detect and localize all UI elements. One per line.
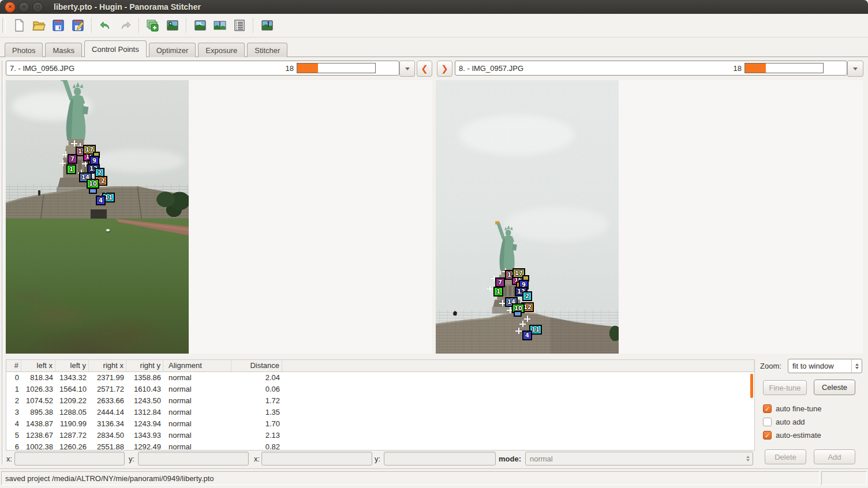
close-button[interactable]: ✕ [5, 2, 16, 13]
add-images-button[interactable] [144, 17, 162, 34]
status-field-right [821, 471, 867, 485]
tab-photos[interactable]: Photos [5, 43, 43, 58]
column-header-right-y[interactable]: right y [126, 360, 163, 371]
right-x-input[interactable] [261, 452, 372, 466]
column-header-Alignment[interactable]: Alignment [163, 360, 231, 371]
table-row[interactable]: 21074.521209.222633.661243.50normal1.72 [6, 395, 754, 407]
column-header-Distance[interactable]: Distance [231, 360, 282, 371]
crosshair-icon [515, 328, 522, 334]
cell: 1190.99 [55, 418, 89, 430]
celeste-button[interactable]: Celeste [814, 380, 855, 395]
svg-text:GL: GL [196, 21, 203, 26]
right-photo[interactable]: 151617791132141210114 [436, 80, 619, 354]
control-point-marker-4[interactable]: 4 [522, 331, 532, 340]
show-control-point-table-button[interactable] [231, 17, 248, 34]
maximize-button[interactable]: □ [32, 2, 43, 13]
tab-exposure[interactable]: Exposure [198, 43, 245, 58]
undo-button[interactable] [97, 17, 114, 34]
column-header-right-x[interactable]: right x [89, 360, 126, 371]
redo-button[interactable] [117, 17, 134, 34]
checkbox-unchecked-icon[interactable] [763, 418, 772, 426]
control-point-marker-partial[interactable] [89, 188, 97, 194]
table-row[interactable]: 0818.341343.322371.991358.86normal2.04 [6, 372, 754, 384]
cell: 2633.66 [89, 395, 126, 407]
right-image-name: 8. - IMG_0957.JPG [459, 64, 523, 73]
table-row[interactable]: 41438.871190.993136.341243.94normal1.70 [6, 418, 754, 430]
right-image-dropdown-button[interactable] [847, 61, 863, 77]
preview-window-button[interactable] [259, 17, 276, 34]
table-row[interactable]: 61002.381260.262551.881292.49normal0.82 [6, 441, 754, 451]
control-point-marker-2[interactable]: 2 [522, 291, 532, 301]
zoom-select[interactable]: fit to window [788, 359, 862, 373]
control-point-table[interactable]: #left xleft yright xright yAlignmentDist… [6, 359, 755, 451]
table-scrollbar[interactable] [750, 373, 753, 449]
tab-masks[interactable]: Masks [45, 43, 82, 58]
table-row[interactable]: 3895.381288.052444.141312.84normal1.35 [6, 407, 754, 418]
add-button[interactable]: Add [814, 449, 855, 464]
redo-icon [118, 18, 132, 32]
checkbox-checked-icon[interactable]: ✓ [763, 404, 772, 413]
cell: 1002.38 [21, 441, 55, 451]
right-y-input[interactable] [384, 452, 496, 466]
scrollbar-thumb[interactable] [750, 374, 753, 398]
open-project-button[interactable] [30, 17, 47, 34]
control-point-marker-1[interactable]: 1 [493, 287, 503, 296]
right-image-combo[interactable]: 8. - IMG_0957.JPG 18 [455, 61, 847, 76]
minimize-button[interactable]: – [18, 2, 29, 13]
toolbar-separator [139, 18, 140, 33]
tab-optimizer[interactable]: Optimizer [149, 43, 196, 58]
left-x-input[interactable] [14, 452, 125, 466]
spinner-icon[interactable] [851, 359, 862, 373]
control-point-marker-1[interactable]: 1 [66, 164, 76, 174]
cell: 1343.93 [126, 430, 163, 441]
control-point-marker-4[interactable]: 4 [96, 196, 106, 205]
table-header[interactable]: #left xleft yright xright yAlignmentDist… [6, 360, 754, 372]
column-header-#[interactable]: # [6, 360, 21, 371]
prev-pair-button[interactable]: ❮ [417, 61, 432, 77]
cell: 2.04 [231, 372, 282, 384]
gl-preview-button[interactable]: GL [192, 17, 209, 34]
mode-label: mode: [499, 455, 521, 463]
control-point-marker-7[interactable]: 7 [495, 277, 505, 287]
re-optimize-button[interactable] [164, 17, 181, 34]
cell: 0.06 [231, 384, 282, 395]
checkbox-auto-estimate[interactable]: ✓auto-estimate [763, 430, 821, 440]
mode-select[interactable]: normal [525, 452, 753, 466]
fine-tune-button[interactable]: Fine-tune [763, 380, 807, 395]
column-header-left-y[interactable]: left y [55, 360, 89, 371]
cell: 1260.26 [55, 441, 89, 451]
cell: 1610.43 [126, 384, 163, 395]
spinner-icon[interactable] [743, 452, 753, 465]
new-project-button[interactable] [10, 17, 28, 34]
left-photo-pane[interactable]: 151617791132141210114 [6, 80, 432, 354]
tab-stitcher[interactable]: Stitcher [247, 43, 287, 58]
checkbox-auto-fine-tune[interactable]: ✓auto fine-tune [763, 404, 822, 414]
cell: normal [163, 395, 231, 407]
control-point-marker-10[interactable]: 10 [87, 179, 99, 189]
right-photo-pane[interactable]: 151617791132141210114 [436, 80, 863, 354]
hugin-window: { "window": { "title": "liberty.pto - Hu… [0, 0, 868, 488]
column-header-left-x[interactable]: left x [21, 360, 55, 371]
checkbox-auto-add[interactable]: auto add [763, 417, 805, 427]
left-image-dropdown-button[interactable] [399, 61, 415, 77]
control-point-marker-partial[interactable] [514, 311, 522, 317]
save-project-as-icon [71, 18, 85, 32]
left-y-input[interactable] [138, 452, 249, 466]
tab-control-points[interactable]: Control Points [84, 40, 147, 57]
toolbar-grip[interactable] [2, 18, 6, 33]
save-project-button[interactable] [50, 17, 67, 34]
next-pair-button[interactable]: ❯ [437, 61, 452, 77]
left-image-combo[interactable]: 7. - IMG_0956.JPG 18 [6, 61, 399, 76]
cell: 2371.99 [89, 372, 126, 384]
save-project-as-button[interactable] [69, 17, 87, 34]
cell: 2 [6, 395, 21, 407]
cell: 4 [6, 418, 21, 430]
delete-button[interactable]: Delete [765, 449, 806, 464]
table-row[interactable]: 11026.331564.102571.721610.43normal0.06 [6, 384, 754, 395]
checkbox-checked-icon[interactable]: ✓ [763, 431, 772, 440]
control-point-marker-7[interactable]: 7 [68, 154, 77, 164]
chevron-down-icon [853, 67, 858, 70]
preview-panorama-button[interactable] [211, 17, 229, 34]
table-row[interactable]: 51238.671287.722834.501343.93normal2.13 [6, 430, 754, 441]
left-photo[interactable]: 151617791132141210114 [6, 80, 189, 354]
